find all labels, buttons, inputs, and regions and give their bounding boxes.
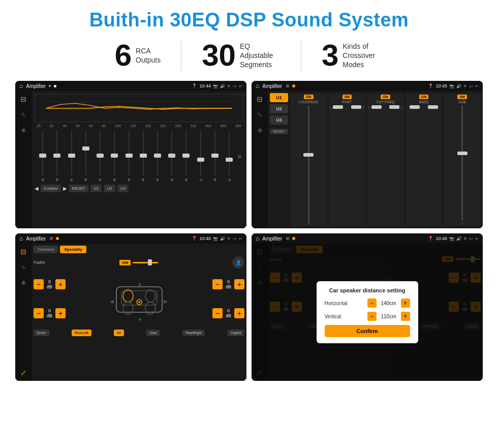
eq-next-btn[interactable]: ▶ <box>63 186 67 191</box>
btn-driver[interactable]: Driver <box>34 330 49 336</box>
slider-track-13[interactable] <box>214 131 215 176</box>
dot-orange-2 <box>292 84 295 87</box>
slider-track-3[interactable] <box>71 131 72 176</box>
horizontal-minus-btn[interactable]: − <box>367 298 377 308</box>
stat-eq: 30 EQ AdjustableSegments <box>181 40 301 71</box>
sub-slider[interactable] <box>445 105 480 221</box>
eq-speaker-icon[interactable]: ◈ <box>21 126 26 134</box>
dialog-home-icon: ⌂ <box>256 235 259 242</box>
slider-col-10: 0 <box>166 131 178 182</box>
eq-reset-btn[interactable]: RESET <box>69 185 89 192</box>
btn-user[interactable]: User <box>146 330 160 336</box>
slider-track-5[interactable] <box>100 131 101 176</box>
preset-reset-col: U1 U2 U3 RESET <box>270 93 288 226</box>
slider-col-14: -1 <box>223 131 235 182</box>
slider-track-6[interactable] <box>114 131 115 176</box>
horizontal-plus-btn[interactable]: + <box>401 298 410 308</box>
crossover-camera-icon: 📷 <box>449 84 454 88</box>
slider-track-4[interactable] <box>85 131 86 176</box>
crossover-wave-icon[interactable]: ∿ <box>257 110 263 118</box>
slider-track-8[interactable] <box>143 131 144 176</box>
confirm-button[interactable]: Confirm <box>325 325 410 337</box>
vol-fr-minus[interactable]: − <box>212 279 223 289</box>
fader-x-icon: ✕ <box>227 236 231 241</box>
svg-text:▶: ▶ <box>164 298 168 304</box>
fader-user-icon[interactable]: 👤 <box>232 256 244 268</box>
fader-eq-icon[interactable]: ⊟ <box>20 248 26 256</box>
btn-rearleft[interactable]: RearLeft <box>72 330 91 336</box>
slider-track-11[interactable] <box>185 131 186 176</box>
crossover-side-icons: ⊟ ∿ ◈ <box>252 91 268 228</box>
ctrl-phat: ON PHAT G <box>329 93 366 226</box>
slider-track-2[interactable] <box>56 131 57 176</box>
fader-speaker-icon[interactable]: ◈ <box>21 278 26 286</box>
slider-track-1[interactable] <box>42 131 43 176</box>
screen-fader: ⌂ Amplifier 📍 10:46 📷 🔊 ✕ ▭ ↩ ⊟ <box>15 233 246 381</box>
freq-200: 200 <box>160 124 166 128</box>
slider-track-7[interactable] <box>129 131 130 176</box>
stat-rca-label: RCAOutputs <box>136 46 161 65</box>
fader-rec <box>50 237 53 240</box>
crossover-speaker-icon[interactable]: ◈ <box>257 126 263 134</box>
crossover-reset-btn[interactable]: RESET <box>270 129 288 134</box>
ctrl-bass: ON BASS <box>406 93 443 226</box>
eq-u3-btn[interactable]: U3 <box>117 185 129 192</box>
freq-400: 400 <box>205 124 211 128</box>
vertical-plus-btn[interactable]: + <box>401 312 410 321</box>
eq-status-bar: ⌂ Amplifier 📍 10:44 📷 🔊 ✕ ▭ ↩ <box>15 81 246 91</box>
vol-rl-plus[interactable]: + <box>55 308 66 318</box>
x-icon: ✕ <box>227 84 231 88</box>
tab-common[interactable]: Common <box>34 246 58 253</box>
slider-track-12[interactable] <box>200 131 201 176</box>
screen-eq: ⌂ Amplifier 📍 10:44 📷 🔊 ✕ ▭ ↩ <box>15 81 246 228</box>
eq-expand-icon[interactable]: » <box>237 152 241 160</box>
vol-fl-minus[interactable]: − <box>34 279 44 289</box>
fader-wave-icon[interactable]: ∿ <box>20 263 26 271</box>
slider-col-7: 0 <box>122 131 135 182</box>
vol-rr-val: 0 dB <box>226 308 231 318</box>
slider-col-5: 0 <box>94 131 106 182</box>
freq-32: 32 <box>50 124 54 128</box>
eq-wave-icon[interactable]: ∿ <box>20 110 26 118</box>
vol-fr-plus[interactable]: + <box>234 279 244 289</box>
eq-sliders-icon[interactable]: ⊟ <box>20 95 26 103</box>
tab-specialty[interactable]: Specialty <box>60 246 86 253</box>
screen-icon: ▭ <box>233 84 237 88</box>
freq-320: 320 <box>190 124 196 128</box>
eq-u2-btn[interactable]: U2 <box>104 185 115 192</box>
btn-copilot[interactable]: Copilot <box>227 330 244 336</box>
preset-u3[interactable]: U3 <box>270 115 288 125</box>
vertical-minus-btn[interactable]: − <box>367 312 377 321</box>
stats-row: 6 RCAOutputs 30 EQ AdjustableSegments 3 … <box>15 40 483 71</box>
freq-160: 160 <box>145 124 151 128</box>
screen-dialog: ⌂ Amplifier 📍 10:46 📷 🔊 ✕ ▭ ↩ <box>252 233 483 381</box>
slider-track-10[interactable] <box>171 131 172 176</box>
eq-prev-btn[interactable]: ◀ <box>35 186 39 191</box>
crossover-eq-icon[interactable]: ⊟ <box>257 95 263 103</box>
fader-slider[interactable] <box>133 262 158 263</box>
vol-rr-plus[interactable]: + <box>234 308 244 318</box>
eq-u1-btn[interactable]: U1 <box>90 185 102 192</box>
dialog-screen-icon: ▭ <box>469 236 473 241</box>
vol-rl-minus[interactable]: − <box>34 308 44 318</box>
vol-fl-plus[interactable]: + <box>55 279 66 289</box>
btn-all[interactable]: All <box>114 330 124 336</box>
dialog-title: Car speaker distance setting <box>325 287 410 293</box>
fader-title: Amplifier <box>26 236 46 242</box>
btn-rearright[interactable]: RearRight <box>182 330 205 336</box>
loudness-slider[interactable] <box>291 105 326 225</box>
slider-col-11: 0 <box>180 131 192 182</box>
fader-expand-icon[interactable]: ⤢ <box>20 369 26 377</box>
preset-u2[interactable]: U2 <box>270 104 288 113</box>
crossover-screen-icon: ▭ <box>469 84 473 88</box>
vol-icon: 🔊 <box>220 84 225 88</box>
slider-col-8: 0 <box>137 131 149 182</box>
slider-track-14[interactable] <box>229 131 230 176</box>
preset-u1[interactable]: U1 <box>270 93 288 102</box>
freq-500: 500 <box>221 124 227 128</box>
vol-rr-minus[interactable]: − <box>212 308 223 318</box>
dialog-rec <box>286 237 289 240</box>
sub-bottom-label: G <box>461 222 463 225</box>
horizontal-label: Horizontal <box>325 301 348 306</box>
slider-track-9[interactable] <box>157 131 158 176</box>
